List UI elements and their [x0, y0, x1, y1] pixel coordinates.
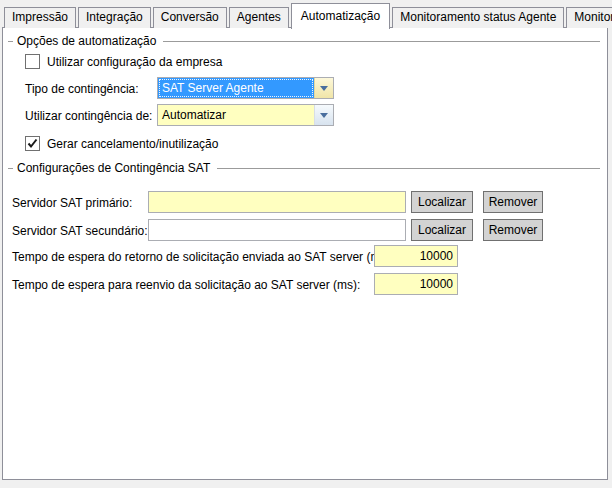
chevron-down-icon [320, 113, 328, 118]
use-company-config-checkbox[interactable]: Utilizar configuração da empresa [25, 54, 222, 69]
tab-integracao[interactable]: Integração [78, 7, 151, 28]
combo-dropdown-button[interactable] [314, 78, 333, 98]
checkmark-icon [27, 138, 38, 149]
generate-cancellation-label: Gerar cancelamento/inutilização [47, 137, 218, 151]
group-border-stub [8, 41, 13, 42]
tab-monitoramento-status-agente[interactable]: Monitoramento status Agente [392, 7, 564, 28]
primary-server-input[interactable] [148, 191, 406, 213]
group-border-stub [8, 168, 13, 169]
timeout-return-label: Tempo de espera do retorno de solicitaçã… [12, 250, 394, 264]
tab-strip: Impressão Integração Conversão Agentes A… [4, 2, 612, 28]
tab-monitoramento-sat[interactable]: Monitoramento SAT [566, 7, 612, 28]
contingency-type-selected-value: SAT Server Agente [158, 78, 314, 98]
chevron-down-icon [320, 86, 328, 91]
use-contingency-from-selected-value: Automatizar [158, 105, 314, 125]
checkbox-icon [25, 54, 40, 69]
timeout-resend-label: Tempo de espera para reenvio da solicita… [12, 278, 360, 292]
secondary-server-label: Servidor SAT secundário: [12, 224, 148, 238]
tab-agentes[interactable]: Agentes [229, 7, 289, 28]
settings-window: Impressão Integração Conversão Agentes A… [0, 0, 612, 488]
use-contingency-from-label: Utilizar contingência de: [25, 109, 152, 123]
automation-group-title: Opções de automatização [17, 34, 163, 48]
contingency-type-combobox[interactable]: SAT Server Agente [157, 77, 334, 99]
group-border-rule [217, 168, 600, 169]
use-contingency-from-combobox[interactable]: Automatizar [157, 104, 334, 126]
combo-dropdown-button[interactable] [314, 105, 333, 125]
primary-server-remover-button[interactable]: Remover [483, 191, 543, 213]
tab-conversao[interactable]: Conversão [153, 7, 227, 28]
tab-impressao[interactable]: Impressão [4, 7, 76, 28]
timeout-return-input[interactable] [374, 245, 458, 267]
sat-group-header: Configurações de Contingência SAT [8, 161, 600, 175]
group-border-rule [163, 41, 600, 42]
secondary-server-remover-button[interactable]: Remover [483, 219, 543, 241]
primary-server-label: Servidor SAT primário: [12, 196, 132, 210]
contingency-type-label: Tipo de contingência: [25, 82, 139, 96]
checkbox-icon [25, 136, 40, 151]
sat-group-title: Configurações de Contingência SAT [17, 161, 217, 175]
secondary-server-input[interactable] [148, 219, 406, 241]
secondary-server-localizar-button[interactable]: Localizar [411, 219, 473, 241]
tab-automatizacao[interactable]: Automatização [291, 3, 390, 29]
primary-server-localizar-button[interactable]: Localizar [411, 191, 473, 213]
timeout-resend-input[interactable] [374, 273, 458, 295]
automation-group-header: Opções de automatização [8, 34, 600, 48]
use-company-config-label: Utilizar configuração da empresa [47, 55, 222, 69]
generate-cancellation-checkbox[interactable]: Gerar cancelamento/inutilização [25, 136, 218, 151]
